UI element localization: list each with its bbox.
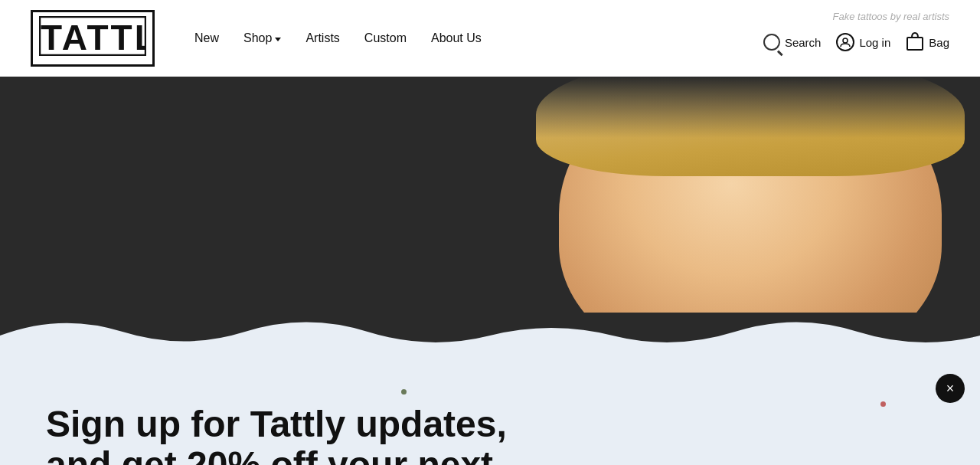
bag-icon xyxy=(906,31,924,54)
nav-shop[interactable]: Shop xyxy=(234,25,290,51)
bag-button[interactable]: Bag xyxy=(906,31,949,54)
decorative-dot-1 xyxy=(401,389,407,395)
nav-artists[interactable]: Artists xyxy=(296,25,348,51)
newsletter-headline: Sign up for Tattly updates, and get 20% … xyxy=(46,404,582,465)
site-header: TATTLY New Shop Artists Custom About Us … xyxy=(0,0,980,77)
user-icon xyxy=(836,33,854,51)
svg-rect-3 xyxy=(907,38,923,50)
header-left: TATTLY New Shop Artists Custom About Us xyxy=(31,10,491,67)
search-button[interactable]: Search xyxy=(763,34,822,51)
newsletter-text: Sign up for Tattly updates, and get 20% … xyxy=(46,404,582,465)
nav-new[interactable]: New xyxy=(185,25,228,51)
svg-text:TATTLY: TATTLY xyxy=(41,18,146,56)
nav-custom[interactable]: Custom xyxy=(355,25,416,51)
login-button[interactable]: Log in xyxy=(836,33,890,51)
login-label: Log in xyxy=(859,36,890,49)
hero-image xyxy=(521,77,980,314)
close-button[interactable]: × xyxy=(936,374,965,403)
newsletter-content: Sign up for Tattly updates, and get 20% … xyxy=(46,404,949,465)
site-tagline: Fake tattoos by real artists xyxy=(833,11,949,22)
newsletter-section: × Sign up for Tattly updates, and get 20… xyxy=(0,359,980,465)
svg-point-2 xyxy=(843,38,848,43)
main-nav: New Shop Artists Custom About Us xyxy=(185,25,491,51)
chevron-down-icon xyxy=(275,38,281,41)
search-label: Search xyxy=(785,36,822,49)
nav-about[interactable]: About Us xyxy=(422,25,491,51)
site-logo[interactable]: TATTLY xyxy=(31,10,155,67)
search-icon xyxy=(763,34,780,51)
header-actions: Search Log in Bag xyxy=(763,31,949,54)
bag-label: Bag xyxy=(929,36,949,49)
newsletter-wave xyxy=(0,313,980,359)
hero-section xyxy=(0,77,980,314)
